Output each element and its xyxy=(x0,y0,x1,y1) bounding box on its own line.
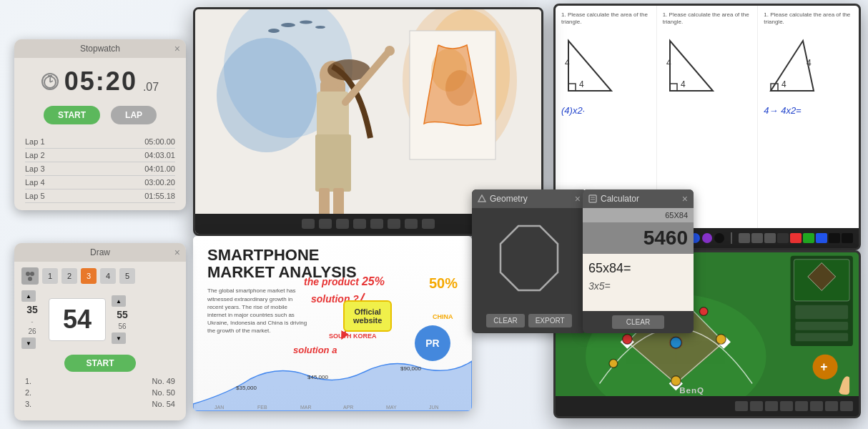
draw-number-5[interactable]: 5 xyxy=(119,268,135,284)
svg-text:$90,000: $90,000 xyxy=(400,365,421,372)
toolbar-item[interactable] xyxy=(370,219,383,229)
toolbar-item[interactable] xyxy=(319,219,332,229)
stopwatch-close-button[interactable]: × xyxy=(174,43,180,54)
stopwatch-lap-button[interactable]: LAP xyxy=(111,106,157,124)
sports-toolbar-items xyxy=(735,401,853,411)
draw-number-4[interactable]: 4 xyxy=(100,268,116,284)
lap-time-2: 04:03.01 xyxy=(144,151,175,159)
svg-point-2 xyxy=(217,38,317,152)
drawing-illustration xyxy=(195,9,541,218)
svg-text:JUN: JUN xyxy=(429,405,439,410)
tool-8[interactable] xyxy=(829,233,840,243)
svg-point-74 xyxy=(699,307,708,316)
divider xyxy=(731,232,732,244)
draw-results-list: 1. No. 49 2. No. 50 3. No. 54 xyxy=(14,372,186,413)
svg-point-70 xyxy=(671,376,681,386)
geometry-action-buttons: CLEAR EXPORT xyxy=(472,308,586,333)
calculator-title-label: Calculator xyxy=(601,194,639,204)
svg-text:BenQ: BenQ xyxy=(679,385,704,395)
calculator-clear-button[interactable]: CLEAR xyxy=(612,315,664,329)
draw-start-button[interactable]: START xyxy=(64,355,135,372)
sports-tool-4[interactable] xyxy=(780,401,793,411)
svg-point-4 xyxy=(281,23,295,27)
geometry-header: Geometry × xyxy=(472,189,586,208)
sports-tool-5[interactable] xyxy=(795,401,808,411)
lap-time-3: 04:01.00 xyxy=(144,164,175,173)
toolbar-item[interactable] xyxy=(405,219,418,229)
draw-result-1: 1. No. 49 xyxy=(25,375,175,387)
draw-left-score-controls: ▲ 35 - 26 ▼ xyxy=(21,290,43,349)
geometry-icon xyxy=(478,194,486,203)
svg-text:4: 4 xyxy=(565,58,570,68)
draw-score-area: ▲ 35 - 26 ▼ 54 ▲ 55 56 ▼ xyxy=(14,290,186,349)
svg-point-72 xyxy=(671,337,682,348)
lap-label-2: Lap 2 xyxy=(25,151,45,159)
stopwatch-header: Stopwatch × xyxy=(14,39,186,58)
stopwatch-time-display: 05:20 .07 xyxy=(14,58,186,102)
tool-7[interactable] xyxy=(816,233,827,243)
draw-result-rank-1: 1. xyxy=(25,377,31,385)
tool-1[interactable] xyxy=(739,233,750,243)
draw-number-1[interactable]: 1 xyxy=(42,268,58,284)
calculator-equation: 65x84= xyxy=(588,260,688,277)
draw-group-icon xyxy=(21,267,39,285)
draw-right-up-button[interactable]: ▲ xyxy=(112,295,126,307)
color-black[interactable] xyxy=(714,233,724,243)
toolbar-item[interactable] xyxy=(388,219,400,229)
svg-rect-24 xyxy=(48,75,52,77)
svg-point-25 xyxy=(26,272,30,276)
sports-tool-7[interactable] xyxy=(825,401,838,411)
main-scene: Stopwatch × 05:20 .07 START LAP Lap 1 05… xyxy=(0,0,868,429)
tool-3[interactable] xyxy=(764,233,776,243)
draw-number-2[interactable]: 2 xyxy=(61,268,77,284)
sports-tool-2[interactable] xyxy=(750,401,763,411)
draw-result-rank-2: 2. xyxy=(25,388,31,397)
wb-triangle-1: 4 4 xyxy=(561,34,618,98)
toolbar-item[interactable] xyxy=(353,219,366,229)
tool-2[interactable] xyxy=(751,233,763,243)
geometry-export-button[interactable]: EXPORT xyxy=(528,314,572,327)
draw-score-display: 54 xyxy=(49,298,106,341)
toolbar-item[interactable] xyxy=(422,219,435,229)
geometry-canvas xyxy=(472,208,586,308)
color-purple[interactable] xyxy=(702,233,712,243)
svg-rect-85 xyxy=(795,305,848,319)
toolbar-item[interactable] xyxy=(336,219,349,229)
draw-number-3[interactable]: 3 xyxy=(81,268,97,284)
draw-left-down-button[interactable]: ▼ xyxy=(21,337,36,349)
lap-row-3: Lap 3 04:01.00 xyxy=(25,162,175,176)
draw-close-button[interactable]: × xyxy=(174,247,180,258)
svg-text:4: 4 xyxy=(579,79,584,89)
lap-row-1: Lap 1 05:00.00 xyxy=(25,135,175,149)
sports-monitor-toolbar xyxy=(556,396,859,416)
draw-left-up-button[interactable]: ▲ xyxy=(21,290,36,302)
sports-tool-1[interactable] xyxy=(735,401,748,411)
svg-text:MAY: MAY xyxy=(386,405,397,410)
lap-row-2: Lap 2 04:03.01 xyxy=(25,149,175,162)
svg-text:APR: APR xyxy=(343,405,353,410)
lap-row-5: Lap 5 01:55.18 xyxy=(25,189,175,203)
tool-9[interactable] xyxy=(842,233,853,243)
wb-triangle-2: 4 4 xyxy=(663,34,720,98)
calculator-title-area: Calculator xyxy=(588,194,639,204)
sports-tool-8[interactable] xyxy=(840,401,853,411)
stopwatch-widget: Stopwatch × 05:20 .07 START LAP Lap 1 05… xyxy=(14,39,186,210)
svg-rect-87 xyxy=(795,333,848,342)
sports-tool-3[interactable] xyxy=(765,401,778,411)
sports-tool-6[interactable] xyxy=(810,401,823,411)
geometry-close-button[interactable]: × xyxy=(575,193,581,204)
draw-result-value-3: No. 54 xyxy=(152,400,175,408)
lap-time-4: 03:00.20 xyxy=(144,178,175,187)
geometry-clear-button[interactable]: CLEAR xyxy=(486,314,524,327)
pres-china-label: CHINA xyxy=(433,313,453,320)
stopwatch-start-button[interactable]: START xyxy=(44,106,100,124)
svg-text:+: + xyxy=(820,360,827,374)
tool-5[interactable] xyxy=(790,233,802,243)
draw-right-down-button[interactable]: ▼ xyxy=(112,332,126,344)
draw-title: Draw xyxy=(90,247,110,257)
tool-6[interactable] xyxy=(803,233,814,243)
tool-4[interactable] xyxy=(777,233,789,243)
wb-question-3: 1. Please calculate the area of the tria… xyxy=(764,11,853,26)
calculator-close-button[interactable]: × xyxy=(682,193,688,204)
toolbar-item[interactable] xyxy=(302,219,315,229)
